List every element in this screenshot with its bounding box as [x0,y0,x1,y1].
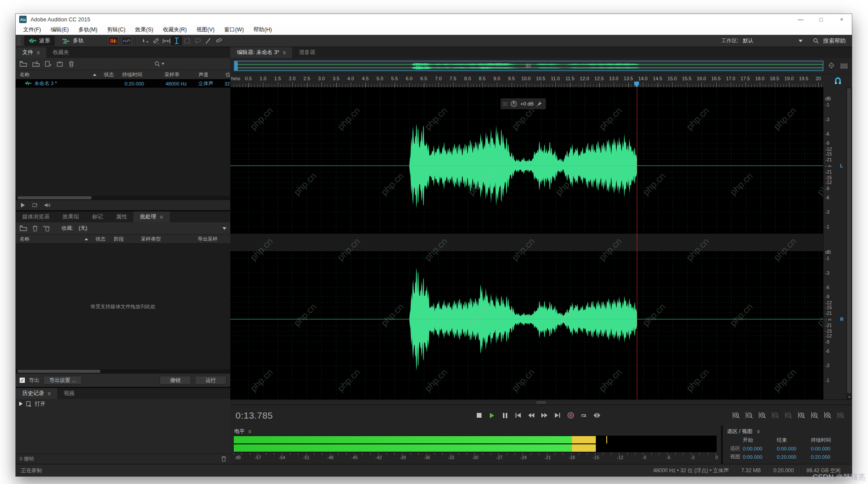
column-header-5[interactable]: 位 [222,72,230,78]
export-settings-button[interactable]: 导出设置 ... [43,376,82,385]
display-options-icon[interactable] [841,63,847,69]
record-button[interactable] [565,410,577,420]
loop-button[interactable] [578,410,590,420]
search-help[interactable]: 搜索帮助 [823,37,846,45]
menu-item-3[interactable]: 剪辑(C) [102,26,130,34]
column-header-2[interactable]: 阶段 [110,236,137,242]
skip-to-end-button[interactable] [552,410,564,420]
menu-item-0[interactable]: 文件(F) [18,26,46,34]
time-selection-tool[interactable] [171,36,182,45]
overview-grip[interactable] [526,64,530,68]
menu-item-1[interactable]: 编辑(E) [46,26,74,34]
zoom-selection-button[interactable] [823,411,834,420]
spot-healing-brush-tool[interactable] [213,36,224,45]
favorites-value[interactable]: (无) [79,225,87,232]
vertical-scrollbar[interactable]: ▲ [846,87,852,399]
rewind-button[interactable] [526,410,537,420]
waveform-view-button[interactable]: 波形 [24,36,55,46]
zoom-out-point-button[interactable] [810,411,820,420]
close-button[interactable]: × [831,14,852,25]
search-files-icon[interactable] [154,61,160,67]
paintbrush-tool[interactable] [203,36,213,45]
zoom-in-point-button[interactable] [796,411,807,420]
maximize-button[interactable]: □ [811,14,831,25]
column-header-0[interactable]: 名称 [16,236,92,242]
stop-button[interactable] [473,410,485,420]
hud-grip[interactable] [503,102,507,106]
files-hscrollbar[interactable] [16,196,230,200]
spectral-display-button[interactable] [108,36,119,45]
trash-icon[interactable] [68,61,74,67]
workspace-value[interactable]: 默认 [743,37,794,44]
pin-icon[interactable] [537,101,542,107]
overview-left-handle[interactable] [235,61,238,70]
gain-knob-icon[interactable] [510,100,517,107]
open-favorites-icon[interactable] [20,225,27,231]
panel-menu-icon[interactable]: ≡ [757,429,760,435]
toolbar-grip[interactable] [17,37,21,45]
fast-forward-button[interactable] [539,410,550,420]
undo-button[interactable]: 撤销 [160,376,191,385]
tab-1[interactable]: 效果组 [56,211,86,222]
waveform-plot[interactable]: +0 dB php.cnphp.cnphp.cnphp.cnphp.cnphp.… [230,87,823,399]
menu-item-2[interactable]: 多轨(M) [74,26,103,34]
skip-playhead-button[interactable] [591,410,603,420]
zoom-full-button[interactable] [836,411,847,420]
column-header-1[interactable]: 状态 [100,72,118,78]
favorites-dropdown-icon[interactable] [222,227,226,230]
column-header-4[interactable]: 声道 [195,72,222,78]
save-file-icon[interactable] [57,61,63,67]
column-header-3[interactable]: 采样类型 [137,236,194,242]
tab-mixer[interactable]: 混音器 [292,47,322,58]
batch-hscrollbar[interactable] [16,369,230,373]
search-dropdown-icon[interactable] [161,63,164,65]
chevron-down-icon[interactable] [799,40,803,42]
tab-history[interactable]: 历史记录 ≡ [16,388,57,399]
skip-to-start-button[interactable] [513,410,524,420]
history-trash-icon[interactable] [221,456,226,462]
gain-hud[interactable]: +0 dB [501,99,546,109]
tab-editor[interactable]: 编辑器: 未命名 3* ≡ [230,47,292,58]
marquee-selection-tool[interactable] [182,36,192,45]
menu-item-6[interactable]: 视图(V) [191,26,219,34]
menu-item-8[interactable]: 帮助(H) [249,26,277,34]
panel-menu-icon[interactable]: ≡ [160,214,163,220]
file-row[interactable]: 未命名 3 * 0:20.000 48000 Hz 立体声 32 [16,79,230,88]
minimize-button[interactable]: — [790,14,811,25]
level-meters[interactable] [234,436,717,452]
import-file-icon[interactable] [32,61,40,67]
menu-item-7[interactable]: 窗口(W) [219,26,249,34]
open-file-icon[interactable] [20,61,27,67]
time-value[interactable]: 0:00.000 [777,446,811,451]
column-header-4[interactable]: 导出采样 [194,236,230,242]
tab-2[interactable]: 标记 [85,211,109,222]
history-item-open[interactable]: 打开 [16,399,230,409]
pitch-display-button[interactable] [121,36,132,45]
tab-favorites[interactable]: 收藏夹 [46,47,76,58]
lasso-selection-tool[interactable] [192,36,203,45]
loop-playback-icon[interactable] [32,203,38,208]
column-header-2[interactable]: 持续时间 [118,72,161,78]
panel-menu-icon[interactable]: ≡ [48,391,51,397]
panel-menu-icon[interactable]: ≡ [37,50,40,56]
time-value[interactable]: 0:20.000 [777,454,811,460]
snapping-magnet-icon[interactable] [834,77,841,85]
hud-gain-value[interactable]: +0 dB [520,101,533,106]
pause-button[interactable] [499,410,511,420]
time-value[interactable]: 0:00.000 [811,446,845,451]
zoom-reset-button[interactable] [783,411,794,420]
panel-menu-icon[interactable]: ≡ [248,429,251,435]
tab-files[interactable]: 文件 ≡ [16,47,46,58]
move-tool[interactable] [140,36,150,45]
run-button[interactable]: 运行 [195,376,226,385]
zoom-in-amplitude-button[interactable] [731,411,742,420]
playhead-line[interactable] [637,87,637,399]
tab-4[interactable]: 批处理≡ [133,211,170,222]
panel-menu-icon[interactable]: ≡ [283,50,286,56]
time-ruler[interactable]: hms 0.51.01.52.02.53.03.54.04.55.05.56.0… [230,74,824,87]
column-header-1[interactable]: 状态 [92,236,110,242]
clear-all-icon[interactable] [43,225,50,232]
menu-item-5[interactable]: 收藏夹(R) [158,26,191,34]
preview-play-icon[interactable] [21,203,25,208]
overview-scrollbar[interactable] [234,61,824,71]
